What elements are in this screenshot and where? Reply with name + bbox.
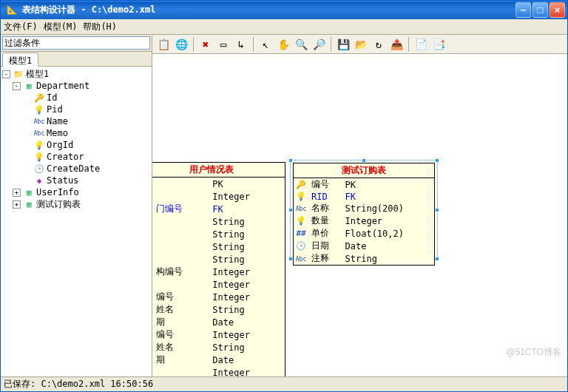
menu-file[interactable]: 文件(F) — [4, 21, 38, 33]
table-row[interactable]: Integer — [152, 278, 285, 291]
tree-field-orgid[interactable]: 💡OrgId — [2, 139, 150, 151]
table-row[interactable]: String — [152, 215, 285, 228]
tree-field-status[interactable]: ◆Status — [2, 175, 150, 186]
selection-frame: 测试订购表 🔑编号PK💡RIDFKAbc名称String(200)💡数量Inte… — [290, 160, 438, 260]
table-row[interactable]: PK — [152, 178, 285, 190]
status-bar: 已保存: C:\demo2.xml 16:50:56 — [1, 376, 567, 391]
table-row[interactable]: 门编号FK — [152, 203, 285, 215]
table-row[interactable]: String — [152, 240, 285, 253]
zoom-in-icon[interactable]: 🔍 — [293, 36, 309, 53]
design-canvas[interactable]: 用户情况表 PKInteger门编号FKStringStringStringSt… — [152, 54, 567, 376]
copy-icon[interactable]: 📋 — [155, 36, 172, 53]
table-row[interactable]: 💡数量Integer — [294, 214, 434, 227]
entity-order-title: 测试订购表 — [294, 163, 434, 178]
table-row[interactable]: 期Date — [152, 316, 285, 328]
table-row[interactable]: 编号Integer — [152, 291, 285, 303]
open-icon[interactable]: 📂 — [353, 36, 369, 53]
zoom-out-icon[interactable]: 🔎 — [311, 36, 327, 53]
table-row[interactable]: 💡RIDFK — [294, 191, 434, 202]
tab-strip: 模型1 — [1, 52, 152, 67]
tab-model1[interactable]: 模型1 — [2, 53, 38, 67]
globe-icon[interactable]: 🌐 — [173, 36, 189, 53]
tree-view[interactable]: -📁模型1-▦Department🔑Id💡PidAbcNameAbcMemo💡O… — [1, 67, 152, 376]
tree-field-name[interactable]: AbcName — [2, 115, 150, 127]
script-icon[interactable]: 📄 — [413, 36, 429, 53]
watermark: @51CTO博客 — [506, 346, 561, 359]
entity-order[interactable]: 测试订购表 🔑编号PK💡RIDFKAbc名称String(200)💡数量Inte… — [293, 163, 435, 266]
table-row[interactable]: 姓名String — [152, 341, 285, 354]
table-row[interactable]: 期Date — [152, 354, 285, 366]
entity-user-title: 用户情况表 — [152, 163, 285, 178]
table-row[interactable]: Integer — [152, 190, 285, 203]
table-row[interactable]: 编号Integer — [152, 328, 285, 341]
table-row[interactable]: Abc名称String(200) — [294, 202, 434, 214]
pointer-icon[interactable]: ↖ — [257, 36, 274, 53]
table-row[interactable]: ##单价Float(10,2) — [294, 227, 434, 240]
window-icon[interactable]: ▭ — [215, 36, 231, 53]
toolbar: 📋🌐✖▭↳↖✋🔍🔎💾📂↻📤📄📑 — [152, 35, 567, 54]
tree-order[interactable]: +▦测试订购表 — [2, 198, 150, 210]
connector-icon[interactable]: ↳ — [233, 36, 249, 53]
tree-field-memo[interactable]: AbcMemo — [2, 127, 150, 139]
filter-input[interactable] — [2, 36, 150, 50]
export-icon[interactable]: 📤 — [388, 36, 405, 53]
app-icon: 📐 — [7, 4, 18, 16]
tree-field-createdate[interactable]: 🕒CreateDate — [2, 163, 150, 175]
entity-user[interactable]: 用户情况表 PKInteger门编号FKStringStringStringSt… — [152, 162, 285, 376]
tree-field-creator[interactable]: 💡Creator — [2, 151, 150, 163]
table-row[interactable]: 🕒日期Date — [294, 240, 434, 252]
table-row[interactable]: Abc注释String — [294, 252, 434, 265]
table-row[interactable]: 🔑编号PK — [294, 178, 434, 191]
tree-root[interactable]: -📁模型1 — [2, 68, 150, 80]
delete-red-icon[interactable]: ✖ — [197, 36, 214, 53]
table-row[interactable]: 姓名String — [152, 303, 285, 316]
tree-department[interactable]: -▦Department — [2, 80, 150, 92]
table-row[interactable]: 构编号Integer — [152, 266, 285, 278]
tree-userinfo[interactable]: +▦UserInfo — [2, 186, 150, 198]
maximize-button[interactable]: □ — [532, 2, 548, 18]
table-row[interactable]: String — [152, 253, 285, 266]
table-row[interactable]: Integer — [152, 366, 285, 376]
disk-icon[interactable]: 💾 — [335, 36, 351, 53]
title-bar: 📐 表结构设计器 - C:\demo2.xml − □ × — [1, 1, 567, 19]
minimize-button[interactable]: − — [515, 2, 531, 18]
menu-bar: 文件(F) 模型(M) 帮助(H) — [1, 19, 567, 34]
tree-field-pid[interactable]: 💡Pid — [2, 104, 150, 115]
properties-icon[interactable]: 📑 — [430, 36, 447, 53]
window-title: 表结构设计器 - C:\demo2.xml — [22, 4, 515, 16]
close-button[interactable]: × — [550, 2, 565, 18]
menu-help[interactable]: 帮助(H) — [83, 21, 117, 33]
refresh-icon[interactable]: ↻ — [371, 36, 387, 53]
hand-icon[interactable]: ✋ — [275, 36, 291, 53]
menu-model[interactable]: 模型(M) — [44, 21, 78, 33]
tree-field-id[interactable]: 🔑Id — [2, 92, 150, 104]
table-row[interactable]: String — [152, 228, 285, 240]
